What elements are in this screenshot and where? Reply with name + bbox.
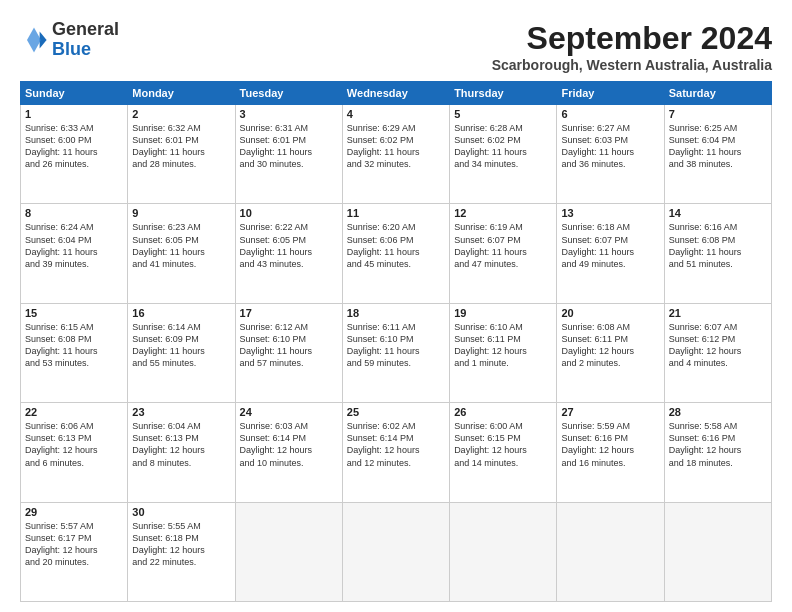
day-info: Sunrise: 6:29 AM Sunset: 6:02 PM Dayligh… (347, 122, 445, 171)
day-info: Sunrise: 6:10 AM Sunset: 6:11 PM Dayligh… (454, 321, 552, 370)
calendar-table: Sunday Monday Tuesday Wednesday Thursday… (20, 81, 772, 602)
day-number: 30 (132, 506, 230, 518)
logo-icon (20, 26, 48, 54)
table-row: 24Sunrise: 6:03 AM Sunset: 6:14 PM Dayli… (235, 403, 342, 502)
day-info: Sunrise: 6:14 AM Sunset: 6:09 PM Dayligh… (132, 321, 230, 370)
logo-general: General (52, 19, 119, 39)
table-row: 19Sunrise: 6:10 AM Sunset: 6:11 PM Dayli… (450, 303, 557, 402)
table-row: 10Sunrise: 6:22 AM Sunset: 6:05 PM Dayli… (235, 204, 342, 303)
logo-text: General Blue (52, 20, 119, 60)
table-row: 17Sunrise: 6:12 AM Sunset: 6:10 PM Dayli… (235, 303, 342, 402)
header-thursday: Thursday (450, 82, 557, 105)
day-info: Sunrise: 6:12 AM Sunset: 6:10 PM Dayligh… (240, 321, 338, 370)
location: Scarborough, Western Australia, Australi… (492, 57, 772, 73)
table-row: 22Sunrise: 6:06 AM Sunset: 6:13 PM Dayli… (21, 403, 128, 502)
day-info: Sunrise: 6:07 AM Sunset: 6:12 PM Dayligh… (669, 321, 767, 370)
day-info: Sunrise: 6:24 AM Sunset: 6:04 PM Dayligh… (25, 221, 123, 270)
day-number: 11 (347, 207, 445, 219)
day-number: 10 (240, 207, 338, 219)
table-row: 3Sunrise: 6:31 AM Sunset: 6:01 PM Daylig… (235, 105, 342, 204)
day-info: Sunrise: 6:33 AM Sunset: 6:00 PM Dayligh… (25, 122, 123, 171)
table-row: 1Sunrise: 6:33 AM Sunset: 6:00 PM Daylig… (21, 105, 128, 204)
day-number: 7 (669, 108, 767, 120)
day-number: 3 (240, 108, 338, 120)
table-row (557, 502, 664, 601)
header-sunday: Sunday (21, 82, 128, 105)
table-row: 16Sunrise: 6:14 AM Sunset: 6:09 PM Dayli… (128, 303, 235, 402)
table-row (450, 502, 557, 601)
day-number: 20 (561, 307, 659, 319)
day-number: 18 (347, 307, 445, 319)
day-number: 12 (454, 207, 552, 219)
day-info: Sunrise: 5:58 AM Sunset: 6:16 PM Dayligh… (669, 420, 767, 469)
day-info: Sunrise: 6:04 AM Sunset: 6:13 PM Dayligh… (132, 420, 230, 469)
table-row: 18Sunrise: 6:11 AM Sunset: 6:10 PM Dayli… (342, 303, 449, 402)
day-info: Sunrise: 5:59 AM Sunset: 6:16 PM Dayligh… (561, 420, 659, 469)
day-number: 22 (25, 406, 123, 418)
day-number: 23 (132, 406, 230, 418)
day-info: Sunrise: 6:27 AM Sunset: 6:03 PM Dayligh… (561, 122, 659, 171)
table-row: 12Sunrise: 6:19 AM Sunset: 6:07 PM Dayli… (450, 204, 557, 303)
table-row: 25Sunrise: 6:02 AM Sunset: 6:14 PM Dayli… (342, 403, 449, 502)
svg-marker-1 (27, 27, 41, 52)
day-info: Sunrise: 6:20 AM Sunset: 6:06 PM Dayligh… (347, 221, 445, 270)
logo-blue: Blue (52, 39, 91, 59)
day-number: 15 (25, 307, 123, 319)
day-number: 19 (454, 307, 552, 319)
day-info: Sunrise: 6:25 AM Sunset: 6:04 PM Dayligh… (669, 122, 767, 171)
day-info: Sunrise: 6:18 AM Sunset: 6:07 PM Dayligh… (561, 221, 659, 270)
table-row: 21Sunrise: 6:07 AM Sunset: 6:12 PM Dayli… (664, 303, 771, 402)
day-info: Sunrise: 6:03 AM Sunset: 6:14 PM Dayligh… (240, 420, 338, 469)
day-info: Sunrise: 6:28 AM Sunset: 6:02 PM Dayligh… (454, 122, 552, 171)
table-row (342, 502, 449, 601)
header-tuesday: Tuesday (235, 82, 342, 105)
table-row: 8Sunrise: 6:24 AM Sunset: 6:04 PM Daylig… (21, 204, 128, 303)
day-info: Sunrise: 6:11 AM Sunset: 6:10 PM Dayligh… (347, 321, 445, 370)
table-row: 26Sunrise: 6:00 AM Sunset: 6:15 PM Dayli… (450, 403, 557, 502)
day-number: 4 (347, 108, 445, 120)
day-number: 2 (132, 108, 230, 120)
day-info: Sunrise: 6:19 AM Sunset: 6:07 PM Dayligh… (454, 221, 552, 270)
day-number: 5 (454, 108, 552, 120)
day-info: Sunrise: 6:22 AM Sunset: 6:05 PM Dayligh… (240, 221, 338, 270)
day-number: 1 (25, 108, 123, 120)
day-info: Sunrise: 6:06 AM Sunset: 6:13 PM Dayligh… (25, 420, 123, 469)
calendar-page: General Blue September 2024 Scarborough,… (0, 0, 792, 612)
table-row: 15Sunrise: 6:15 AM Sunset: 6:08 PM Dayli… (21, 303, 128, 402)
table-row (664, 502, 771, 601)
header-saturday: Saturday (664, 82, 771, 105)
day-number: 14 (669, 207, 767, 219)
table-row: 9Sunrise: 6:23 AM Sunset: 6:05 PM Daylig… (128, 204, 235, 303)
day-number: 9 (132, 207, 230, 219)
table-row: 14Sunrise: 6:16 AM Sunset: 6:08 PM Dayli… (664, 204, 771, 303)
header-monday: Monday (128, 82, 235, 105)
table-row: 4Sunrise: 6:29 AM Sunset: 6:02 PM Daylig… (342, 105, 449, 204)
day-number: 24 (240, 406, 338, 418)
header: General Blue September 2024 Scarborough,… (20, 20, 772, 73)
weekday-header-row: Sunday Monday Tuesday Wednesday Thursday… (21, 82, 772, 105)
day-info: Sunrise: 6:15 AM Sunset: 6:08 PM Dayligh… (25, 321, 123, 370)
header-friday: Friday (557, 82, 664, 105)
table-row: 28Sunrise: 5:58 AM Sunset: 6:16 PM Dayli… (664, 403, 771, 502)
table-row: 20Sunrise: 6:08 AM Sunset: 6:11 PM Dayli… (557, 303, 664, 402)
day-info: Sunrise: 6:16 AM Sunset: 6:08 PM Dayligh… (669, 221, 767, 270)
day-number: 28 (669, 406, 767, 418)
day-number: 29 (25, 506, 123, 518)
table-row: 6Sunrise: 6:27 AM Sunset: 6:03 PM Daylig… (557, 105, 664, 204)
day-info: Sunrise: 6:08 AM Sunset: 6:11 PM Dayligh… (561, 321, 659, 370)
day-info: Sunrise: 6:32 AM Sunset: 6:01 PM Dayligh… (132, 122, 230, 171)
day-number: 8 (25, 207, 123, 219)
day-number: 27 (561, 406, 659, 418)
table-row: 7Sunrise: 6:25 AM Sunset: 6:04 PM Daylig… (664, 105, 771, 204)
day-info: Sunrise: 6:02 AM Sunset: 6:14 PM Dayligh… (347, 420, 445, 469)
table-row: 29Sunrise: 5:57 AM Sunset: 6:17 PM Dayli… (21, 502, 128, 601)
day-number: 17 (240, 307, 338, 319)
table-row: 23Sunrise: 6:04 AM Sunset: 6:13 PM Dayli… (128, 403, 235, 502)
title-block: September 2024 Scarborough, Western Aust… (492, 20, 772, 73)
table-row: 30Sunrise: 5:55 AM Sunset: 6:18 PM Dayli… (128, 502, 235, 601)
day-info: Sunrise: 6:00 AM Sunset: 6:15 PM Dayligh… (454, 420, 552, 469)
day-info: Sunrise: 5:57 AM Sunset: 6:17 PM Dayligh… (25, 520, 123, 569)
day-info: Sunrise: 6:23 AM Sunset: 6:05 PM Dayligh… (132, 221, 230, 270)
table-row: 2Sunrise: 6:32 AM Sunset: 6:01 PM Daylig… (128, 105, 235, 204)
table-row: 27Sunrise: 5:59 AM Sunset: 6:16 PM Dayli… (557, 403, 664, 502)
